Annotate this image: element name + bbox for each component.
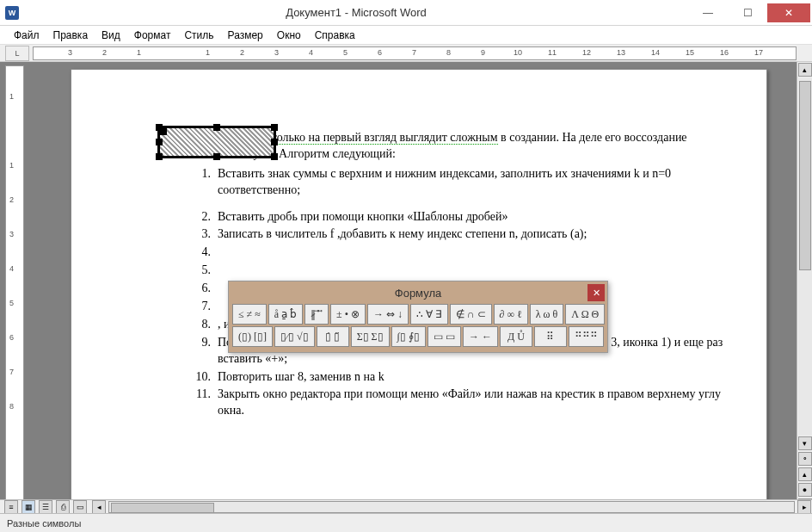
ruler-row: L 3 2 1 1 2 3 4 5 6 7 8 9 10 11 12 13 14… xyxy=(0,45,812,62)
list-text: Закрыть окно редактора при помощи меню «… xyxy=(218,387,732,419)
labeled-arrow-button[interactable]: → ← xyxy=(463,326,498,347)
maximize-button[interactable]: ☐ xyxy=(728,2,767,24)
ruler-tick: 11 xyxy=(548,48,557,57)
menu-format[interactable]: Формат xyxy=(127,28,178,43)
ruler-tick: 10 xyxy=(514,48,522,57)
greek-lowercase-button[interactable]: λ ω θ xyxy=(530,304,563,325)
list-num: 3. xyxy=(195,226,218,243)
arrows-symbols-button[interactable]: ∦ ⃗ ⃡ xyxy=(304,304,329,325)
ruler-tick: 8 xyxy=(446,48,451,57)
vruler-tick: 1 xyxy=(9,92,14,101)
app-icon: W xyxy=(5,6,19,20)
logical-symbols-button[interactable]: ∴ ∀ ∃ xyxy=(410,304,448,325)
formula-close-button[interactable]: ✕ xyxy=(587,284,605,301)
formula-toolbar-window[interactable]: Формула ✕ ≤ ≠ ≈ å a̱ b̂ ∦ ⃗ ⃡ ± • ⊗ → ⇔ … xyxy=(228,281,608,353)
minimize-button[interactable]: — xyxy=(688,2,728,24)
menu-file[interactable]: Файл xyxy=(7,28,46,43)
list-num: 10. xyxy=(195,369,218,386)
selected-equation-object[interactable] xyxy=(157,126,276,158)
formula-row-2: (▯) [▯] ▯⁄▯ √▯ ▯̇ ▯̈ Σ▯ Σ▯ ∫▯ ∮▯ ▭ ▭ → ←… xyxy=(232,326,604,347)
prev-page-button[interactable]: ▴ xyxy=(798,467,812,481)
ruler-corner[interactable]: L xyxy=(5,46,29,61)
close-button[interactable]: ✕ xyxy=(767,3,810,22)
view-normal-icon[interactable]: ≡ xyxy=(4,500,18,514)
horizontal-scrollbar[interactable] xyxy=(108,501,795,513)
status-bar: Разные символы xyxy=(0,513,812,532)
view-outline-icon[interactable]: ☰ xyxy=(39,500,52,514)
horizontal-ruler[interactable]: 3 2 1 1 2 3 4 5 6 7 8 9 10 11 12 13 14 1… xyxy=(33,46,797,60)
fence-templates-button[interactable]: (▯) [▯] xyxy=(232,326,273,347)
ruler-tick: 13 xyxy=(617,48,625,57)
embellishments-button[interactable]: å a̱ b̂ xyxy=(268,304,303,325)
menu-help[interactable]: Справка xyxy=(308,28,362,43)
summation-templates-button[interactable]: Σ▯ Σ▯ xyxy=(351,326,390,347)
fraction-radical-button[interactable]: ▯⁄▯ √▯ xyxy=(274,326,315,347)
scroll-thumb[interactable] xyxy=(799,81,811,270)
list-num: 8. xyxy=(195,317,218,333)
relational-symbols-button[interactable]: ≤ ≠ ≈ xyxy=(232,304,267,325)
list-item: 4. xyxy=(195,244,732,261)
scroll-track[interactable] xyxy=(798,77,812,436)
ruler-tick: 1 xyxy=(137,48,141,57)
status-text: Разные символы xyxy=(7,518,81,529)
ruler-tick: 7 xyxy=(412,48,416,57)
hscroll-thumb[interactable] xyxy=(111,503,214,513)
menu-bar: Файл Правка Вид Формат Стиль Размер Окно… xyxy=(0,26,812,45)
view-reading-icon[interactable]: ▭ xyxy=(73,500,87,514)
menu-view[interactable]: Вид xyxy=(95,28,127,43)
list-item: 11.Закрыть окно редактора при помощи мен… xyxy=(195,387,732,419)
vruler-tick: 2 xyxy=(9,195,14,204)
ruler-tick: 2 xyxy=(240,48,244,57)
menu-style[interactable]: Стиль xyxy=(177,28,220,43)
menu-edit[interactable]: Правка xyxy=(46,28,95,43)
window-title: Документ1 - Microsoft Word xyxy=(24,6,688,19)
ruler-tick: 16 xyxy=(720,48,729,57)
ruler-tick: 14 xyxy=(651,48,660,57)
subscript-superscript-button[interactable]: ▯̇ ▯̈ xyxy=(317,326,349,347)
underbar-overbar-button[interactable]: ▭ ▭ xyxy=(428,326,461,347)
list-text: Вставить дробь при помощи кнопки «Шаблон… xyxy=(218,209,732,226)
matrix-templates-button[interactable]: ⠿ xyxy=(534,326,567,347)
vruler-tick: 3 xyxy=(9,230,14,238)
list-num: 11. xyxy=(195,387,218,419)
list-num: 1. xyxy=(195,166,218,199)
products-set-button[interactable]: Д Ů xyxy=(500,326,532,347)
list-item: 2.Вставить дробь при помощи кнопки «Шабл… xyxy=(195,209,732,226)
view-print-layout-icon[interactable]: ▦ xyxy=(22,500,35,514)
ruler-tick: 3 xyxy=(274,48,279,57)
list-item: 5. xyxy=(195,263,732,279)
ruler-tick: 3 xyxy=(68,48,72,57)
scroll-down-button[interactable]: ▾ xyxy=(798,436,812,450)
arrow-symbols-button[interactable]: → ⇔ ↓ xyxy=(367,304,409,325)
list-item: 3.Записать в числитель f ,добавить к нем… xyxy=(195,226,732,243)
list-num: 7. xyxy=(195,299,218,315)
vertical-ruler[interactable]: 1 1 2 3 4 5 6 7 8 xyxy=(5,65,24,510)
hscroll-left-button[interactable]: ◂ xyxy=(92,500,106,514)
title-bar: W Документ1 - Microsoft Word — ☐ ✕ xyxy=(0,0,812,26)
select-browse-button[interactable]: ● xyxy=(798,483,812,497)
list-text: Повторить шаг 8, заменив n на k xyxy=(218,369,732,386)
ruler-tick: 1 xyxy=(206,48,210,57)
spaces-ellipses-button[interactable]: ⠛⠛⠛ xyxy=(569,326,604,347)
greek-uppercase-button[interactable]: Λ Ω Θ xyxy=(565,304,605,325)
vertical-scrollbar[interactable]: ▴ ▾ ∘ ▴ ● ▾ xyxy=(797,62,812,513)
ruler-tick: 2 xyxy=(102,48,107,57)
menu-size[interactable]: Размер xyxy=(221,28,270,43)
formula-title-bar[interactable]: Формула ✕ xyxy=(229,281,607,304)
vruler-tick: 6 xyxy=(9,333,14,342)
vruler-tick: 5 xyxy=(9,299,14,307)
formula-row-1: ≤ ≠ ≈ å a̱ b̂ ∦ ⃗ ⃡ ± • ⊗ → ⇔ ↓ ∴ ∀ ∃ ∉ … xyxy=(232,304,604,325)
formula-title-text: Формула xyxy=(395,287,441,300)
browse-object-button[interactable]: ∘ xyxy=(798,452,812,466)
hscroll-right-button[interactable]: ▸ xyxy=(797,500,811,514)
misc-symbols-button[interactable]: ∂ ∞ ℓ xyxy=(494,304,528,325)
operator-symbols-button[interactable]: ± • ⊗ xyxy=(330,304,366,325)
set-theory-button[interactable]: ∉ ∩ ⊂ xyxy=(450,304,492,325)
list-num: 5. xyxy=(195,263,218,279)
vruler-tick: 1 xyxy=(9,161,14,170)
ruler-tick: 6 xyxy=(378,48,382,57)
menu-window[interactable]: Окно xyxy=(270,28,308,43)
view-web-icon[interactable]: ⎙ xyxy=(56,500,70,514)
integral-templates-button[interactable]: ∫▯ ∮▯ xyxy=(391,326,426,347)
scroll-up-button[interactable]: ▴ xyxy=(798,63,812,77)
